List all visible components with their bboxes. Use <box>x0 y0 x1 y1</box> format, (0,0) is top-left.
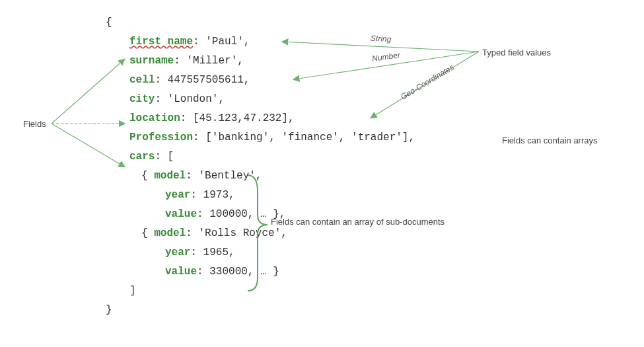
label-subdocs: Fields can contain an array of sub-docum… <box>271 217 456 227</box>
field-profession: Profession: ['banking', 'finance', 'trad… <box>106 128 415 147</box>
bracket-close: ] <box>106 282 415 301</box>
label-arrays: Fields can contain arrays <box>502 135 608 145</box>
key-value: value <box>165 208 197 220</box>
field-cell: cell: 447557505611, <box>106 71 415 90</box>
field-surname: surname: 'Miller', <box>106 52 415 71</box>
key-year: year <box>165 189 190 201</box>
key-value: value <box>165 266 197 278</box>
field-first-name: first name: 'Paul', <box>106 32 415 52</box>
key-profession: Profession <box>129 132 193 143</box>
code-block: { first name: 'Paul', surname: 'Miller',… <box>106 13 415 320</box>
car-row: { model: 'Bentley', <box>106 167 415 186</box>
field-city: city: 'London', <box>106 90 415 109</box>
label-typed-values: Typed field values <box>482 48 551 58</box>
key-model: model <box>154 170 186 182</box>
field-location: location: [45.123,47.232], <box>106 109 415 128</box>
key-cell: cell <box>129 74 155 86</box>
key-model: model <box>154 227 186 239</box>
key-cars: cars <box>129 151 155 163</box>
key-first-name: first name <box>129 36 193 48</box>
car-row: value: 330000, … } <box>106 262 415 282</box>
brace-open: { <box>106 13 415 32</box>
key-location: location <box>129 112 180 124</box>
label-fields: Fields <box>23 119 46 129</box>
brace-close: } <box>106 301 415 320</box>
key-year: year <box>165 247 190 258</box>
key-city: city <box>129 93 155 105</box>
key-surname: surname <box>129 55 174 67</box>
field-cars: cars: [ <box>106 147 415 167</box>
car-row: { model: 'Rolls Royce', <box>106 224 415 243</box>
car-row: year: 1965, <box>106 243 415 262</box>
car-row: year: 1973, <box>106 186 415 205</box>
